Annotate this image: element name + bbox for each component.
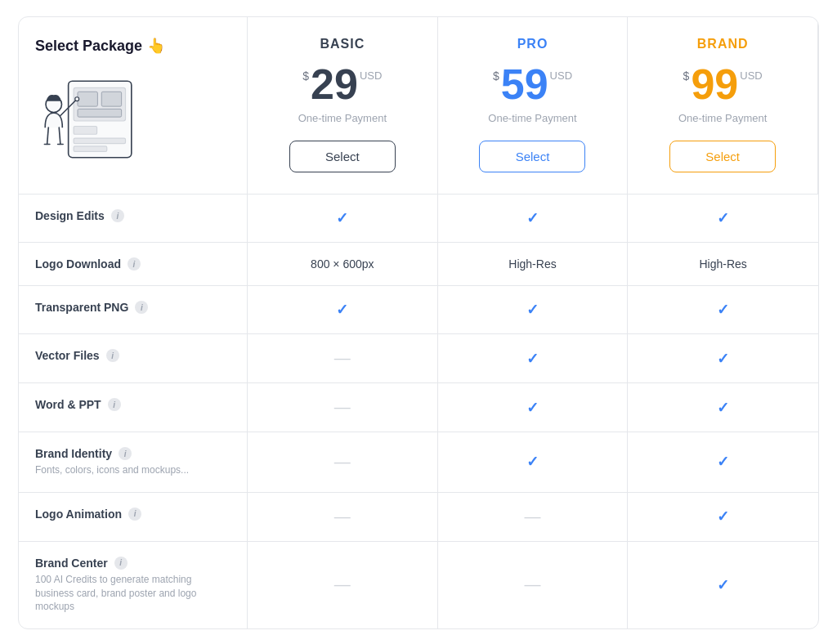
check-icon-0-2: ✓	[717, 209, 729, 227]
check-icon-6-2: ✓	[717, 508, 729, 525]
basic-price-row: $ 29 USD	[302, 63, 382, 105]
basic-payment-type: One-time Payment	[298, 112, 387, 124]
feature-value-1-1: High-Res	[438, 243, 629, 286]
feature-value-7-0: —	[248, 542, 438, 628]
feature-label-1: Logo Downloadi	[19, 243, 248, 286]
info-icon-6[interactable]: i	[128, 508, 141, 521]
info-icon-4[interactable]: i	[108, 398, 121, 411]
feature-value-6-0: —	[248, 493, 438, 542]
feature-sub-7: 100 AI Credits to generate matching busi…	[35, 573, 231, 614]
value-text-1-2: High-Res	[699, 257, 746, 271]
check-icon-5-1: ✓	[526, 453, 539, 471]
basic-price: 29	[311, 63, 358, 105]
pro-payment-type: One-time Payment	[488, 112, 576, 124]
feature-value-5-0: —	[248, 432, 438, 493]
feature-label-wrapper-5: Brand Identityi	[35, 447, 132, 460]
info-icon-7[interactable]: i	[114, 557, 128, 570]
check-icon-5-2: ✓	[717, 453, 729, 471]
feature-value-0-1: ✓	[438, 195, 629, 243]
feature-name-1: Logo Download	[35, 257, 121, 271]
basic-currency: USD	[360, 69, 382, 82]
pro-plan-name: PRO	[517, 37, 548, 51]
feature-label-wrapper-4: Word & PPTi	[35, 398, 121, 411]
feature-value-3-2: ✓	[628, 334, 818, 383]
pointing-emoji: 👆	[147, 37, 165, 55]
pro-dollar: $	[493, 69, 499, 83]
info-icon-3[interactable]: i	[106, 349, 119, 362]
feature-label-wrapper-1: Logo Downloadi	[35, 257, 141, 271]
svg-rect-3	[74, 138, 125, 144]
feature-value-4-1: ✓	[438, 383, 629, 432]
package-header: Select Package 👆	[35, 37, 231, 174]
info-icon-5[interactable]: i	[119, 447, 132, 460]
feature-label-4: Word & PPTi	[19, 383, 248, 432]
brand-select-button[interactable]: Select	[669, 141, 776, 172]
feature-value-4-2: ✓	[628, 383, 818, 432]
basic-select-button[interactable]: Select	[289, 141, 396, 172]
brand-price-row: $ 99 USD	[683, 63, 763, 105]
feature-value-2-0: ✓	[248, 286, 438, 334]
brand-currency: USD	[740, 69, 762, 82]
check-icon-0-0: ✓	[336, 209, 348, 227]
info-icon-1[interactable]: i	[128, 257, 141, 271]
check-icon-3-2: ✓	[717, 350, 729, 368]
feature-value-1-0: 800 × 600px	[248, 243, 438, 286]
brand-plan-header: BRAND $ 99 USD One-time Payment Select	[644, 37, 801, 172]
feature-label-6: Logo Animationi	[19, 493, 248, 542]
value-text-1-1: High-Res	[508, 257, 556, 271]
feature-label-wrapper-2: Transparent PNGi	[35, 301, 148, 314]
feature-value-4-0: —	[248, 383, 438, 432]
svg-point-9	[75, 97, 79, 101]
feature-name-5: Brand Identity	[35, 447, 112, 460]
svg-rect-5	[78, 92, 97, 106]
basic-plan-name: BASIC	[320, 37, 365, 51]
feature-value-5-1: ✓	[438, 432, 629, 493]
pro-price-row: $ 59 USD	[493, 63, 572, 105]
brand-payment-type: One-time Payment	[678, 112, 767, 124]
info-icon-0[interactable]: i	[111, 209, 124, 222]
pro-header-cell: PRO $ 59 USD One-time Payment Select	[438, 17, 629, 195]
dash-icon-7-0: —	[334, 575, 351, 594]
check-icon-4-1: ✓	[526, 399, 539, 417]
feature-name-2: Transparent PNG	[35, 301, 128, 314]
person-illustration	[35, 68, 141, 174]
feature-value-2-1: ✓	[438, 286, 629, 334]
value-text-1-0: 800 × 600px	[311, 257, 374, 271]
pro-select-button[interactable]: Select	[479, 141, 585, 172]
check-icon-2-0: ✓	[336, 301, 348, 319]
feature-label-3: Vector Filesi	[19, 334, 248, 383]
table-grid: Select Package 👆	[19, 17, 818, 628]
feature-name-4: Word & PPT	[35, 398, 101, 411]
feature-label-wrapper-6: Logo Animationi	[35, 508, 141, 521]
pricing-table: Select Package 👆	[18, 16, 819, 629]
feature-name-3: Vector Files	[35, 349, 100, 362]
check-icon-2-1: ✓	[526, 301, 539, 319]
pro-plan-header: PRO $ 59 USD One-time Payment Select	[454, 37, 611, 172]
dash-icon-4-0: —	[334, 398, 351, 417]
feature-value-1-2: High-Res	[628, 243, 818, 286]
feature-label-0: Design Editsi	[19, 195, 248, 243]
feature-value-7-1: —	[438, 542, 629, 628]
brand-price: 99	[691, 63, 738, 105]
feature-label-2: Transparent PNGi	[19, 286, 248, 334]
package-header-cell: Select Package 👆	[19, 17, 248, 195]
feature-name-6: Logo Animation	[35, 508, 122, 521]
package-label: Select Package	[35, 38, 142, 55]
brand-plan-name: BRAND	[697, 37, 749, 51]
info-icon-2[interactable]: i	[135, 301, 148, 314]
check-icon-7-2: ✓	[717, 576, 729, 594]
feature-value-0-0: ✓	[248, 195, 438, 243]
pro-currency: USD	[550, 69, 572, 82]
basic-header-cell: BASIC $ 29 USD One-time Payment Select	[248, 17, 438, 195]
check-icon-4-2: ✓	[717, 399, 729, 417]
check-icon-3-1: ✓	[526, 350, 539, 368]
basic-plan-header: BASIC $ 29 USD One-time Payment Select	[264, 37, 421, 172]
dash-icon-5-0: —	[334, 453, 351, 472]
svg-rect-4	[74, 146, 107, 152]
feature-value-6-1: —	[438, 493, 629, 542]
basic-dollar: $	[302, 69, 309, 83]
feature-value-6-2: ✓	[628, 493, 818, 542]
brand-dollar: $	[683, 69, 690, 83]
feature-name-7: Brand Center	[35, 557, 108, 570]
dash-icon-6-0: —	[334, 508, 351, 526]
